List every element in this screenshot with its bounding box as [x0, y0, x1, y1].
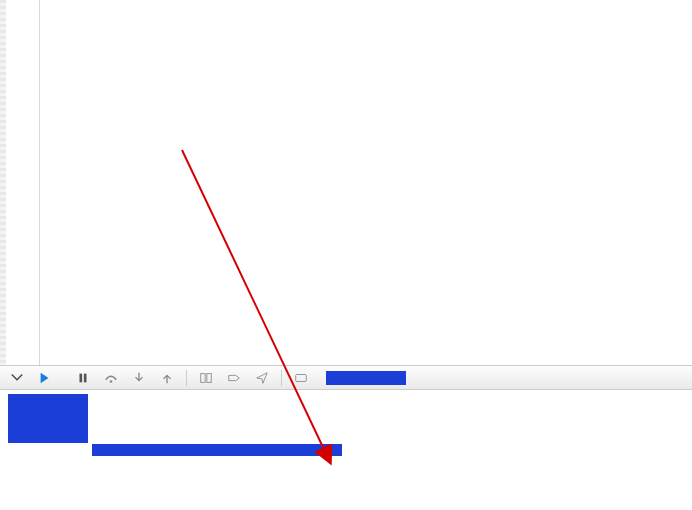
debug-view-icon[interactable] [197, 370, 215, 386]
console-line [6, 394, 686, 443]
code-area[interactable] [40, 0, 692, 365]
redacted [92, 444, 342, 456]
svg-rect-4 [207, 373, 211, 382]
step-over-icon[interactable] [102, 370, 120, 386]
redacted [8, 394, 88, 443]
svg-point-2 [110, 380, 113, 383]
svg-rect-1 [84, 373, 87, 382]
console-line [6, 457, 686, 471]
code-editor[interactable] [0, 0, 692, 366]
svg-rect-5 [296, 374, 307, 381]
console-line [6, 443, 686, 457]
hide-debug-icon[interactable] [8, 370, 26, 386]
svg-rect-3 [201, 373, 205, 382]
process-filter-redacted[interactable] [326, 371, 406, 385]
line-gutter [6, 0, 40, 365]
console-output[interactable] [0, 390, 692, 475]
pause-icon[interactable] [74, 370, 92, 386]
step-out-icon[interactable] [158, 370, 176, 386]
svg-rect-0 [80, 373, 83, 382]
breakpoints-icon[interactable] [225, 370, 243, 386]
debug-toolbar [0, 366, 692, 390]
location-icon[interactable] [253, 370, 271, 386]
step-into-icon[interactable] [130, 370, 148, 386]
process-icon[interactable] [292, 370, 310, 386]
continue-icon[interactable] [36, 370, 54, 386]
